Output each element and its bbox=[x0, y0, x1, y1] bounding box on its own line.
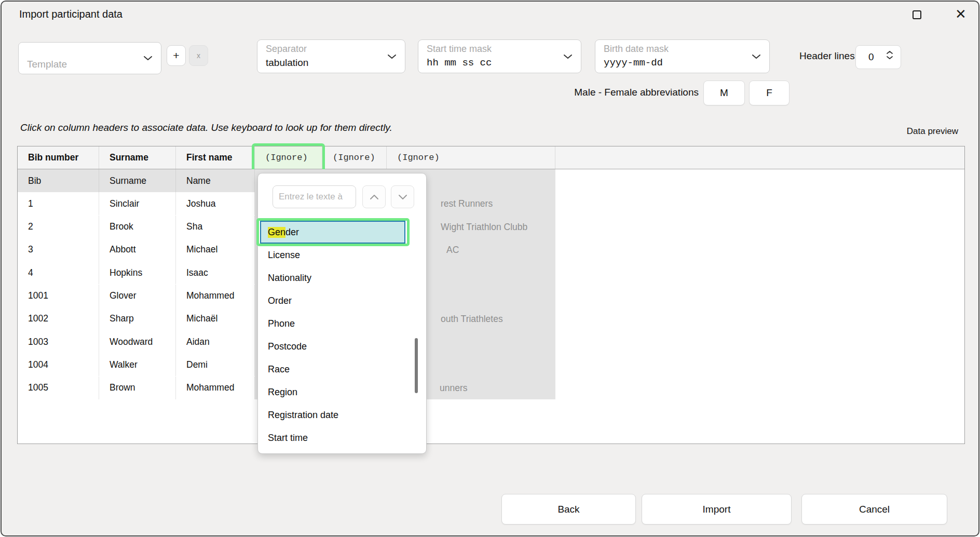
add-template-button[interactable]: + bbox=[167, 45, 186, 66]
start-time-mask-value: hh mm ss cc bbox=[427, 57, 492, 69]
start-time-mask-select[interactable]: Start time mask hh mm ss cc bbox=[418, 39, 581, 73]
field-option-selected[interactable]: Gender bbox=[260, 221, 405, 244]
template-select[interactable]: Template bbox=[18, 42, 161, 74]
table-row: 2BrookSha bbox=[18, 216, 255, 238]
column-header-highlighted[interactable]: (Ignore) bbox=[255, 146, 322, 169]
table-cell: 1001 bbox=[18, 285, 99, 307]
maximize-button[interactable] bbox=[910, 8, 923, 21]
table-cell: 2 bbox=[18, 216, 99, 238]
table-cell: Hopkins bbox=[99, 261, 176, 284]
column-header[interactable]: First name bbox=[176, 146, 255, 169]
column-header-label: First name bbox=[186, 152, 233, 163]
column-header-empty bbox=[555, 146, 964, 169]
gender-abbreviations-label: Male - Female abbreviations bbox=[541, 87, 699, 98]
field-option[interactable]: Postcode bbox=[260, 335, 405, 358]
table-cell: 1003 bbox=[18, 330, 99, 353]
table-body: BibSurnameName1SinclairJoshua2BrookSha3A… bbox=[18, 169, 964, 444]
delete-template-button[interactable]: x bbox=[189, 45, 208, 66]
ignored-column-text: rest Runners bbox=[441, 192, 493, 215]
chevron-down-icon bbox=[398, 194, 407, 200]
field-option[interactable]: Race bbox=[260, 358, 405, 381]
spinner-up-icon[interactable] bbox=[886, 50, 893, 55]
column-header[interactable]: (Ignore) bbox=[387, 146, 555, 169]
close-button[interactable]: ✕ bbox=[951, 5, 970, 23]
column-header[interactable]: (Ignore) bbox=[322, 146, 387, 169]
field-option-label: der bbox=[285, 227, 299, 238]
table-cell: Sha bbox=[176, 216, 255, 238]
template-placeholder: Template bbox=[27, 59, 67, 70]
table-row: 4HopkinsIsaac bbox=[18, 261, 255, 284]
table-row: 1SinclairJoshua bbox=[18, 192, 255, 215]
cancel-button[interactable]: Cancel bbox=[801, 494, 947, 525]
back-button[interactable]: Back bbox=[501, 494, 636, 525]
column-header-label: (Ignore) bbox=[265, 153, 308, 163]
table-cell: Aidan bbox=[176, 330, 255, 353]
data-preview-label: Data preview bbox=[849, 126, 958, 137]
ignored-column-text: outh Triathletes bbox=[441, 307, 503, 330]
column-header-label: Bib number bbox=[28, 152, 78, 163]
column-field-dropdown: GenderLicenseNationalityOrderPhonePostco… bbox=[257, 173, 427, 454]
separator-label: Separator bbox=[266, 44, 307, 55]
table-cell: 1 bbox=[18, 192, 99, 215]
separator-select[interactable]: Separator tabulation bbox=[257, 39, 405, 73]
ignored-column-text: AC bbox=[446, 238, 459, 261]
field-option[interactable]: Nationality bbox=[260, 266, 405, 289]
import-dialog: Import participant data ✕ Template + x S… bbox=[1, 1, 979, 536]
table-row: 1005BrownMohammed bbox=[18, 377, 255, 399]
header-lines-spinner[interactable]: 0 bbox=[855, 45, 901, 69]
field-option[interactable]: Start time bbox=[260, 426, 405, 449]
search-match-highlight: Gen bbox=[268, 227, 285, 238]
birth-date-mask-select[interactable]: Birth date mask yyyy-mm-dd bbox=[595, 39, 770, 73]
table-cell: 3 bbox=[18, 238, 99, 261]
field-search-input[interactable] bbox=[273, 185, 356, 208]
male-abbreviation-field[interactable]: M bbox=[703, 80, 745, 105]
table-cell: Mohammed bbox=[176, 285, 255, 307]
column-header[interactable]: Bib number bbox=[18, 146, 99, 169]
chevron-down-icon bbox=[563, 54, 573, 59]
table-cell: Brown bbox=[99, 377, 176, 399]
import-button[interactable]: Import bbox=[642, 494, 792, 525]
field-option[interactable]: Phone bbox=[260, 312, 405, 335]
table-row: 1001GloverMohammed bbox=[18, 285, 255, 307]
field-option[interactable]: Region bbox=[260, 381, 405, 404]
table-row: 3AbbottMichael bbox=[18, 238, 255, 261]
table-cell: Demi bbox=[176, 353, 255, 376]
ignored-column-text: unners bbox=[440, 377, 468, 399]
table-header-row: Bib numberSurnameFirst name(Ignore)(Igno… bbox=[18, 146, 964, 169]
table-cell: Abbott bbox=[99, 238, 176, 261]
chevron-down-icon bbox=[143, 56, 153, 61]
table-cell: 1004 bbox=[18, 353, 99, 376]
data-preview-table: Bib numberSurnameFirst name(Ignore)(Igno… bbox=[17, 146, 965, 444]
female-abbreviation-field[interactable]: F bbox=[749, 80, 790, 105]
table-row: 1004WalkerDemi bbox=[18, 353, 255, 376]
field-option[interactable]: License bbox=[260, 244, 405, 266]
chevron-down-icon bbox=[387, 54, 397, 59]
table-cell: Sinclair bbox=[99, 192, 176, 215]
birth-date-mask-value: yyyy-mm-dd bbox=[604, 57, 663, 69]
scrollbar-thumb[interactable] bbox=[415, 338, 418, 393]
table-cell: Sharp bbox=[99, 307, 176, 330]
chevron-up-icon bbox=[370, 194, 379, 200]
table-cell: 1002 bbox=[18, 307, 99, 330]
spinner-down-icon[interactable] bbox=[886, 56, 893, 60]
close-icon: ✕ bbox=[955, 6, 967, 22]
table-cell: Glover bbox=[99, 285, 176, 307]
table-cell: 4 bbox=[18, 261, 99, 284]
table-cell: Michael bbox=[176, 238, 255, 261]
field-option[interactable]: Order bbox=[260, 289, 405, 312]
table-cell: Surname bbox=[99, 169, 176, 192]
next-match-button[interactable] bbox=[391, 185, 414, 208]
column-header[interactable]: Surname bbox=[99, 146, 176, 169]
column-header-label: (Ignore) bbox=[397, 153, 440, 163]
column-header-label: Surname bbox=[110, 152, 148, 163]
table-cell: Walker bbox=[99, 353, 176, 376]
header-lines-value: 0 bbox=[868, 51, 874, 63]
table-cell: Isaac bbox=[176, 261, 255, 284]
birth-date-mask-label: Birth date mask bbox=[604, 44, 669, 55]
previous-match-button[interactable] bbox=[362, 185, 386, 208]
field-option[interactable]: Registration date bbox=[260, 404, 405, 426]
table-cell: Woodward bbox=[99, 330, 176, 353]
table-cell: Name bbox=[176, 169, 255, 192]
table-cell: Michaël bbox=[176, 307, 255, 330]
column-header-label: (Ignore) bbox=[333, 153, 375, 163]
